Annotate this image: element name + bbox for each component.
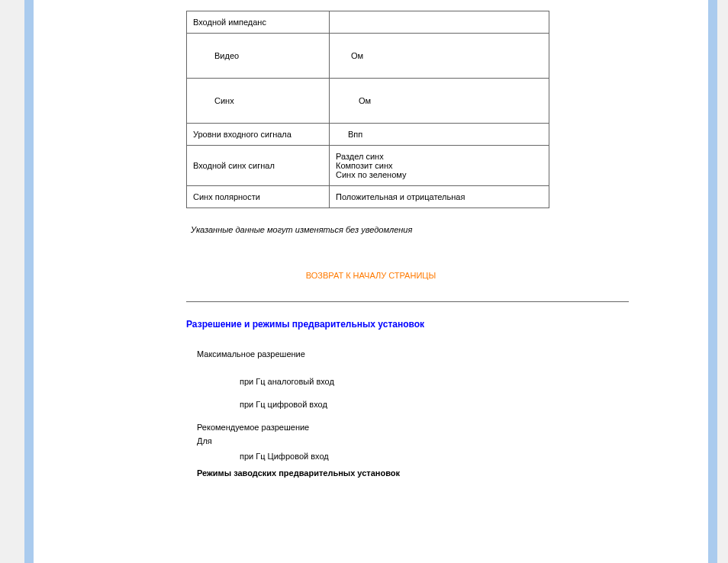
cell-value-text: Ом: [336, 96, 371, 105]
resolution-line: при Гц аналоговый вход: [240, 377, 708, 386]
section-title: Разрешение и режимы предварительных уста…: [186, 319, 708, 330]
content-area: Входной импеданс Видео Ом Синх Ом Уровни…: [34, 0, 708, 563]
factory-modes-label: Режимы заводских предварительных установ…: [197, 468, 708, 478]
cell-value-line: Раздел синх: [336, 152, 543, 161]
resolution-line: при Гц цифровой вход: [240, 400, 708, 409]
cell-value: Положительная и отрицательная: [330, 186, 549, 208]
cell-label-text: Синх: [193, 96, 234, 105]
resolution-line: при Гц Цифровой вход: [240, 452, 708, 461]
cell-label: Уровни входного сигнала: [187, 124, 330, 146]
recommended-resolution-label: Рекомендуемое разрешение: [197, 423, 708, 432]
cell-label: Видео: [187, 34, 330, 79]
back-to-top-link[interactable]: ВОЗВРАТ К НАЧАЛУ СТРАНИЦЫ: [34, 271, 708, 280]
cell-value-line: Синх по зеленому: [336, 170, 543, 179]
cell-label: Синх полярности: [187, 186, 330, 208]
divider: [186, 301, 629, 302]
table-row: Уровни входного сигнала Впп: [187, 124, 549, 146]
cell-value: [330, 11, 549, 34]
cell-label: Входной импеданс: [187, 11, 330, 34]
decor-stripe-left: [24, 0, 34, 563]
cell-label: Синх: [187, 79, 330, 124]
cell-value-text: Ом: [336, 51, 363, 60]
decor-stripe-right: [708, 0, 717, 563]
cell-value: Впп: [330, 124, 549, 146]
cell-label: Входной синх сигнал: [187, 146, 330, 186]
cell-label-text: Видео: [193, 51, 239, 60]
for-label: Для: [197, 436, 708, 446]
cell-value: Раздел синх Композит синх Синх по зелено…: [330, 146, 549, 186]
table-row: Синх полярности Положительная и отрицате…: [187, 186, 549, 208]
table-row: Входной синх сигнал Раздел синх Композит…: [187, 146, 549, 186]
max-resolution-label: Максимальное разрешение: [197, 349, 708, 359]
table-row: Синх Ом: [187, 79, 549, 124]
cell-value: Ом: [330, 34, 549, 79]
cell-value-line: Композит синх: [336, 161, 543, 170]
table-row: Видео Ом: [187, 34, 549, 79]
footnote: Указанные данные могут изменяться без ув…: [191, 225, 708, 234]
cell-value: Ом: [330, 79, 549, 124]
spec-table: Входной импеданс Видео Ом Синх Ом Уровни…: [186, 11, 549, 208]
table-row: Входной импеданс: [187, 11, 549, 34]
cell-value-text: Впп: [336, 130, 362, 139]
page: Входной импеданс Видео Ом Синх Ом Уровни…: [0, 0, 728, 563]
